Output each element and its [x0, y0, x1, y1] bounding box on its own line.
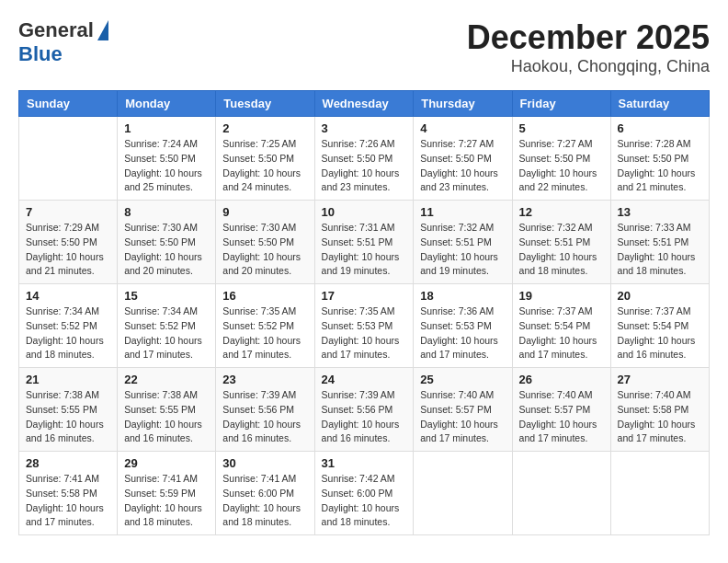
calendar-cell: 25Sunrise: 7:40 AMSunset: 5:57 PMDayligh…: [414, 368, 512, 452]
logo-blue: Blue: [18, 42, 63, 66]
calendar-cell: 18Sunrise: 7:36 AMSunset: 5:53 PMDayligh…: [414, 284, 512, 368]
day-info: Sunrise: 7:29 AMSunset: 5:50 PMDaylight:…: [26, 221, 110, 279]
calendar-cell: 17Sunrise: 7:35 AMSunset: 5:53 PMDayligh…: [314, 284, 414, 368]
page-header: General Blue December 2025 Haokou, Chong…: [18, 18, 710, 76]
calendar-day-header: Thursday: [414, 91, 512, 117]
day-info: Sunrise: 7:27 AMSunset: 5:50 PMDaylight:…: [519, 137, 604, 195]
day-info: Sunrise: 7:40 AMSunset: 5:57 PMDaylight:…: [519, 388, 604, 446]
day-info: Sunrise: 7:36 AMSunset: 5:53 PMDaylight:…: [420, 304, 505, 362]
day-info: Sunrise: 7:34 AMSunset: 5:52 PMDaylight:…: [26, 304, 110, 362]
day-info: Sunrise: 7:40 AMSunset: 5:58 PMDaylight:…: [618, 388, 702, 446]
calendar-cell: [512, 452, 610, 535]
calendar-day-header: Sunday: [19, 91, 118, 117]
calendar-cell: 9Sunrise: 7:30 AMSunset: 5:50 PMDaylight…: [216, 201, 314, 284]
day-info: Sunrise: 7:30 AMSunset: 5:50 PMDaylight:…: [222, 221, 307, 279]
day-info: Sunrise: 7:37 AMSunset: 5:54 PMDaylight:…: [519, 304, 604, 362]
day-number: 6: [618, 121, 702, 135]
day-info: Sunrise: 7:25 AMSunset: 5:50 PMDaylight:…: [222, 137, 307, 195]
calendar-cell: 12Sunrise: 7:32 AMSunset: 5:51 PMDayligh…: [512, 201, 610, 284]
day-number: 7: [26, 205, 110, 219]
day-number: 8: [124, 205, 209, 219]
day-number: 13: [618, 205, 702, 219]
day-number: 25: [420, 373, 505, 386]
calendar-table: SundayMondayTuesdayWednesdayThursdayFrid…: [18, 90, 710, 535]
calendar-day-header: Saturday: [610, 91, 709, 117]
calendar-cell: 10Sunrise: 7:31 AMSunset: 5:51 PMDayligh…: [314, 201, 414, 284]
calendar-week-row: 21Sunrise: 7:38 AMSunset: 5:55 PMDayligh…: [19, 368, 710, 452]
day-number: 26: [519, 373, 604, 386]
calendar-cell: [414, 452, 512, 535]
day-info: Sunrise: 7:39 AMSunset: 5:56 PMDaylight:…: [222, 388, 307, 446]
location: Haokou, Chongqing, China: [467, 57, 710, 76]
day-number: 10: [322, 205, 407, 219]
logo: General Blue: [18, 18, 108, 67]
day-info: Sunrise: 7:32 AMSunset: 5:51 PMDaylight:…: [420, 221, 505, 279]
calendar-cell: 29Sunrise: 7:41 AMSunset: 5:59 PMDayligh…: [118, 452, 216, 535]
calendar-week-row: 1Sunrise: 7:24 AMSunset: 5:50 PMDaylight…: [19, 117, 710, 201]
day-number: 31: [322, 456, 407, 470]
day-info: Sunrise: 7:39 AMSunset: 5:56 PMDaylight:…: [322, 388, 407, 446]
day-info: Sunrise: 7:24 AMSunset: 5:50 PMDaylight:…: [124, 137, 209, 195]
calendar-cell: 26Sunrise: 7:40 AMSunset: 5:57 PMDayligh…: [512, 368, 610, 452]
calendar-cell: 11Sunrise: 7:32 AMSunset: 5:51 PMDayligh…: [414, 201, 512, 284]
logo-triangle: [97, 20, 108, 40]
day-info: Sunrise: 7:27 AMSunset: 5:50 PMDaylight:…: [420, 137, 505, 195]
calendar-week-row: 7Sunrise: 7:29 AMSunset: 5:50 PMDaylight…: [19, 201, 710, 284]
day-info: Sunrise: 7:33 AMSunset: 5:51 PMDaylight:…: [618, 221, 702, 279]
day-info: Sunrise: 7:40 AMSunset: 5:57 PMDaylight:…: [420, 388, 505, 446]
day-number: 27: [618, 373, 702, 386]
day-number: 30: [222, 456, 307, 470]
day-number: 12: [519, 205, 604, 219]
day-info: Sunrise: 7:41 AMSunset: 6:00 PMDaylight:…: [222, 472, 307, 530]
day-number: 19: [519, 289, 604, 303]
day-number: 29: [124, 456, 209, 470]
day-info: Sunrise: 7:32 AMSunset: 5:51 PMDaylight:…: [519, 221, 604, 279]
calendar-day-header: Wednesday: [314, 91, 414, 117]
calendar-cell: 7Sunrise: 7:29 AMSunset: 5:50 PMDaylight…: [19, 201, 118, 284]
title-block: December 2025 Haokou, Chongqing, China: [467, 18, 710, 76]
calendar-cell: 24Sunrise: 7:39 AMSunset: 5:56 PMDayligh…: [314, 368, 414, 452]
calendar-day-header: Tuesday: [216, 91, 314, 117]
day-number: 5: [519, 121, 604, 135]
calendar-cell: 15Sunrise: 7:34 AMSunset: 5:52 PMDayligh…: [118, 284, 216, 368]
day-info: Sunrise: 7:37 AMSunset: 5:54 PMDaylight:…: [618, 304, 702, 362]
month-title: December 2025: [467, 18, 710, 57]
day-number: 18: [420, 289, 505, 303]
day-number: 17: [322, 289, 407, 303]
calendar-cell: 6Sunrise: 7:28 AMSunset: 5:50 PMDaylight…: [610, 117, 709, 201]
calendar-cell: [19, 117, 118, 201]
day-number: 1: [124, 121, 209, 135]
day-info: Sunrise: 7:35 AMSunset: 5:53 PMDaylight:…: [322, 304, 407, 362]
day-number: 21: [26, 373, 110, 386]
calendar-week-row: 28Sunrise: 7:41 AMSunset: 5:58 PMDayligh…: [19, 452, 710, 535]
day-info: Sunrise: 7:41 AMSunset: 5:59 PMDaylight:…: [124, 472, 209, 530]
day-number: 14: [26, 289, 110, 303]
day-info: Sunrise: 7:38 AMSunset: 5:55 PMDaylight:…: [124, 388, 209, 446]
calendar-week-row: 14Sunrise: 7:34 AMSunset: 5:52 PMDayligh…: [19, 284, 710, 368]
day-number: 24: [322, 373, 407, 386]
calendar-day-header: Friday: [512, 91, 610, 117]
calendar-cell: 16Sunrise: 7:35 AMSunset: 5:52 PMDayligh…: [216, 284, 314, 368]
day-number: 11: [420, 205, 505, 219]
day-number: 23: [222, 373, 307, 386]
calendar-cell: 3Sunrise: 7:26 AMSunset: 5:50 PMDaylight…: [314, 117, 414, 201]
calendar-header-row: SundayMondayTuesdayWednesdayThursdayFrid…: [19, 91, 710, 117]
calendar-cell: 14Sunrise: 7:34 AMSunset: 5:52 PMDayligh…: [19, 284, 118, 368]
day-info: Sunrise: 7:35 AMSunset: 5:52 PMDaylight:…: [222, 304, 307, 362]
calendar-cell: 2Sunrise: 7:25 AMSunset: 5:50 PMDaylight…: [216, 117, 314, 201]
logo-general: General: [18, 18, 94, 42]
calendar-cell: 20Sunrise: 7:37 AMSunset: 5:54 PMDayligh…: [610, 284, 709, 368]
day-number: 28: [26, 456, 110, 470]
day-number: 3: [322, 121, 407, 135]
day-info: Sunrise: 7:38 AMSunset: 5:55 PMDaylight:…: [26, 388, 110, 446]
day-info: Sunrise: 7:31 AMSunset: 5:51 PMDaylight:…: [322, 221, 407, 279]
calendar-day-header: Monday: [118, 91, 216, 117]
calendar-cell: 5Sunrise: 7:27 AMSunset: 5:50 PMDaylight…: [512, 117, 610, 201]
day-info: Sunrise: 7:41 AMSunset: 5:58 PMDaylight:…: [26, 472, 110, 530]
calendar-cell: 27Sunrise: 7:40 AMSunset: 5:58 PMDayligh…: [610, 368, 709, 452]
calendar-cell: 19Sunrise: 7:37 AMSunset: 5:54 PMDayligh…: [512, 284, 610, 368]
calendar-cell: 22Sunrise: 7:38 AMSunset: 5:55 PMDayligh…: [118, 368, 216, 452]
day-number: 2: [222, 121, 307, 135]
day-info: Sunrise: 7:34 AMSunset: 5:52 PMDaylight:…: [124, 304, 209, 362]
day-info: Sunrise: 7:30 AMSunset: 5:50 PMDaylight:…: [124, 221, 209, 279]
